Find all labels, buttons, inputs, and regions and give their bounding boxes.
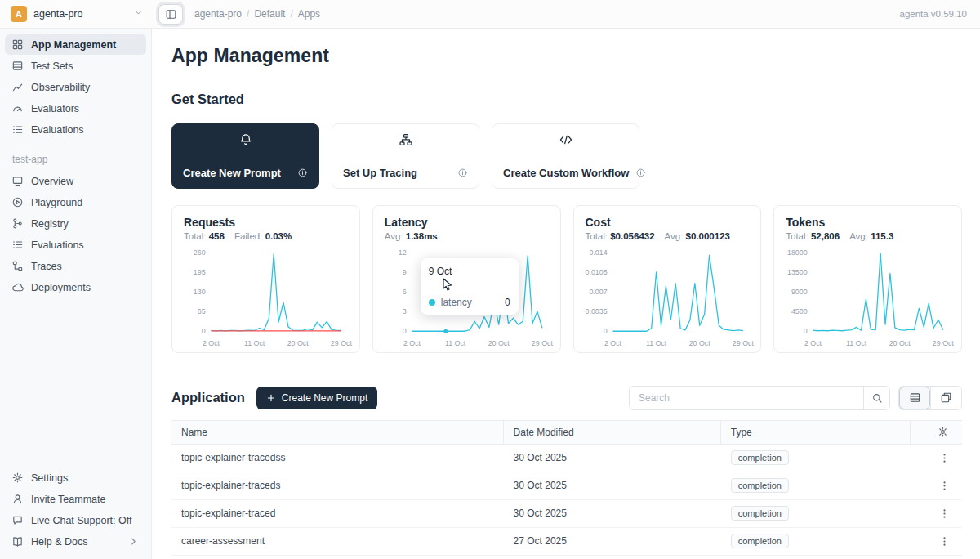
chart-requests[interactable]: 2601951306502 Oct11 Oct20 Oct29 Oct [184, 243, 348, 351]
breadcrumb: agenta-pro/Default/Apps [194, 8, 320, 20]
breadcrumb-separator: / [247, 8, 249, 20]
type-badge: completion [731, 506, 789, 521]
svg-text:0: 0 [402, 327, 406, 335]
dots-icon [938, 508, 951, 520]
table-icon [909, 391, 921, 404]
user-icon [11, 493, 24, 505]
breadcrumb-item[interactable]: Default [254, 8, 285, 20]
svg-text:12: 12 [398, 248, 406, 257]
svg-text:2 Oct: 2 Oct [203, 339, 220, 347]
sidebar-item-traces[interactable]: Traces [5, 256, 146, 276]
sidebar-item-invite-teammate[interactable]: Invite Teammate [5, 489, 146, 509]
table-view-button[interactable] [899, 387, 930, 409]
series-requests [211, 254, 341, 331]
card-label: Create Custom Workflow [503, 167, 629, 179]
code-icon [503, 132, 628, 147]
get-started-card-create-new-prompt[interactable]: Create New Prompt [172, 123, 319, 189]
metric-title: Tokens [786, 216, 950, 229]
chart-tokens[interactable]: 18000135009000450002 Oct11 Oct20 Oct29 O… [786, 243, 950, 351]
svg-text:20 Oct: 20 Oct [287, 339, 310, 347]
breadcrumb-item[interactable]: agenta-pro [194, 8, 242, 20]
svg-text:3: 3 [402, 307, 406, 315]
card-view-button[interactable] [930, 387, 961, 409]
mouse-cursor-icon [443, 278, 452, 292]
metric-stat: Avg: 115.3 [849, 231, 893, 241]
view-toggle [898, 386, 962, 410]
get-started-card-create-custom-workflow[interactable]: Create Custom Workflow [492, 123, 639, 189]
search-button[interactable] [863, 387, 889, 409]
dots-icon [938, 452, 951, 464]
breadcrumb-item[interactable]: Apps [298, 8, 320, 20]
chart-line-icon [11, 81, 24, 93]
series-tokens [813, 253, 943, 331]
list-check-icon [11, 123, 24, 136]
hover-marker [443, 329, 448, 333]
sidebar-item-settings[interactable]: Settings [5, 467, 146, 488]
metric-card-latency: Latency Avg: 1.38ms 1296302 Oct11 Oct20 … [372, 205, 561, 353]
chart-cost[interactable]: 0.0140.01050.0070.003502 Oct11 Oct20 Oct… [586, 243, 750, 351]
info-icon [635, 168, 646, 178]
row-menu-button[interactable] [937, 450, 952, 466]
sidebar-item-registry[interactable]: Registry [5, 213, 146, 234]
dots-icon [938, 535, 951, 548]
table-header: Name Date Modified Type [172, 420, 962, 445]
type-badge: completion [731, 478, 789, 493]
branch-icon [11, 217, 24, 230]
row-menu-button[interactable] [937, 534, 952, 549]
sidebar-item-deployments[interactable]: Deployments [5, 277, 146, 297]
table-settings-button[interactable] [935, 424, 951, 440]
sidebar-item-live-chat-support-off[interactable]: Live Chat Support: Off [5, 510, 146, 530]
search-input[interactable] [630, 387, 863, 409]
svg-text:2 Oct: 2 Oct [604, 339, 621, 347]
svg-text:65: 65 [198, 307, 206, 315]
chat-icon [11, 514, 24, 526]
svg-text:0: 0 [603, 327, 607, 335]
get-started-heading: Get Started [172, 92, 962, 107]
breadcrumb-separator: / [290, 8, 292, 20]
svg-text:260: 260 [194, 248, 206, 257]
table-row[interactable]: topic-explainer-traceds 30 Oct 2025 comp… [172, 472, 962, 500]
dots-icon [938, 480, 951, 492]
sidebar-item-test-sets[interactable]: Test Sets [5, 56, 146, 76]
svg-text:0: 0 [202, 327, 206, 335]
get-started-card-set-up-tracing[interactable]: Set Up Tracing [332, 123, 479, 189]
metric-stat: Total: 458 [184, 231, 225, 241]
type-badge: completion [731, 534, 789, 548]
create-new-prompt-button[interactable]: Create New Prompt [256, 387, 377, 409]
svg-text:4500: 4500 [791, 307, 808, 315]
cards-icon [940, 391, 952, 404]
workspace-switcher[interactable]: A agenta-pro [0, 6, 152, 22]
sidebar-item-overview[interactable]: Overview [5, 171, 146, 191]
table-row[interactable]: career-assessment 27 Oct 2025 completion [172, 528, 962, 556]
sidebar-item-evaluations[interactable]: Evaluations [5, 235, 146, 255]
sidebar-item-observability[interactable]: Observability [5, 77, 146, 97]
sidebar-toggle-button[interactable] [158, 4, 183, 25]
sidebar-item-playground[interactable]: Playground [5, 192, 146, 212]
sidebar-item-evaluators[interactable]: Evaluators [5, 98, 146, 119]
type-badge: completion [731, 450, 789, 465]
traces-icon [11, 260, 24, 272]
metric-title: Cost [586, 216, 750, 229]
cell-date-modified: 30 Oct 2025 [504, 452, 721, 463]
metric-cards: Requests Total: 458Failed: 0.03% 2601951… [172, 205, 962, 353]
row-menu-button[interactable] [937, 506, 952, 521]
sidebar-app-nav: OverviewPlaygroundRegistryEvaluationsTra… [0, 170, 151, 298]
sidebar-item-evaluations[interactable]: Evaluations [5, 119, 146, 140]
panel-left-icon [165, 8, 177, 20]
grid-icon [11, 38, 24, 51]
svg-text:11 Oct: 11 Oct [244, 339, 265, 347]
table-row[interactable]: topic-explainer-tracedss 30 Oct 2025 com… [172, 445, 962, 472]
row-menu-button[interactable] [937, 478, 952, 494]
application-header: Application Create New Prompt [172, 386, 962, 410]
svg-text:0: 0 [804, 327, 808, 335]
svg-text:29 Oct: 29 Oct [933, 339, 955, 347]
play-icon [11, 196, 24, 208]
sidebar-item-help-docs[interactable]: Help & Docs [5, 531, 146, 552]
get-started-cards: Create New Prompt Set Up Tracing Create … [172, 123, 962, 189]
sidebar-item-app-management[interactable]: App Management [5, 34, 146, 55]
application-heading: Application [172, 390, 245, 405]
tooltip-date: 9 Oct [429, 266, 510, 277]
tracing-icon [343, 132, 468, 147]
search-icon [871, 392, 883, 404]
table-row[interactable]: topic-explainer-traced 30 Oct 2025 compl… [172, 500, 962, 528]
